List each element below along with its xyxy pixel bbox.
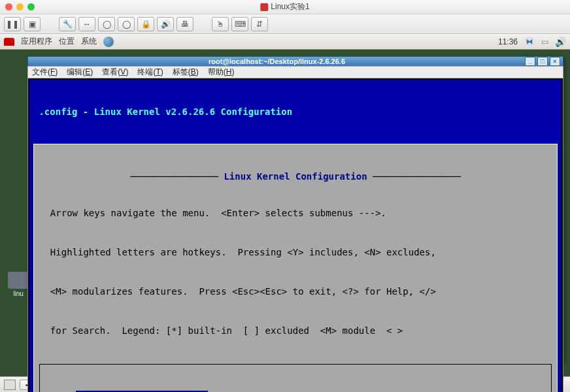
volume-icon[interactable]: 🔊: [555, 37, 566, 47]
tool-mouse-icon[interactable]: 🖱: [212, 17, 229, 31]
folder-icon: [8, 272, 29, 289]
tool-wrench-icon[interactable]: 🔧: [59, 17, 76, 31]
menuconfig-box-title: ──────────────── Linux Kernel Configurat…: [39, 171, 552, 182]
desktop: linu root@localhost:~/Desktop/linux-2.6.…: [0, 50, 570, 376]
tool-printer-icon[interactable]: 🖶: [176, 17, 193, 31]
terminal-window: root@localhost:~/Desktop/linux-2.6.26.6 …: [27, 56, 563, 362]
close-button[interactable]: ×: [550, 57, 560, 66]
menu-view[interactable]: 查看(V): [102, 67, 128, 78]
menu-system[interactable]: 系统: [81, 36, 97, 47]
bluetooth-icon[interactable]: ⧓: [524, 37, 535, 47]
menu-applications[interactable]: 应用程序: [21, 36, 52, 47]
vm-icon: [260, 3, 268, 11]
menuconfig-list: General setup ---> [*] Enable loadable m…: [39, 364, 552, 392]
tool-keyboard-icon[interactable]: ⌨: [231, 17, 248, 31]
tool-lock-icon[interactable]: 🔒: [137, 17, 154, 31]
menuconfig-box: ──────────────── Linux Kernel Configurat…: [33, 144, 558, 392]
clock[interactable]: 11:36: [498, 37, 518, 46]
menuconfig-heading: .config - Linux Kernel v2.6.26.6 Configu…: [33, 106, 558, 118]
terminal-body: .config - Linux Kernel v2.6.26.6 Configu…: [27, 78, 563, 392]
menuconfig[interactable]: .config - Linux Kernel v2.6.26.6 Configu…: [29, 80, 562, 392]
snapshot-button[interactable]: ▣: [24, 17, 41, 31]
host-window-title: Linux实验1: [260, 1, 309, 12]
menu-file[interactable]: 文件(F): [32, 67, 58, 78]
pause-button[interactable]: ❚❚: [4, 17, 21, 31]
host-title-text: Linux实验1: [271, 1, 309, 12]
minimize-button[interactable]: _: [525, 57, 535, 66]
menu-tabs[interactable]: 标签(B): [173, 67, 199, 78]
minimize-icon[interactable]: [16, 3, 24, 10]
vm-toolbar: ❚❚ ▣ 🔧 ↔ ◯ ◯ 🔒 🔊 🖶 🖱 ⌨ ⇵: [0, 14, 570, 34]
help-line-4: for Search. Legend: [*] built-in [ ] exc…: [39, 325, 552, 336]
help-line-3: <M> modularizes features. Press <Esc><Es…: [39, 286, 552, 297]
tool-disk1-icon[interactable]: ◯: [98, 17, 115, 31]
menu-help[interactable]: 帮助(H): [208, 67, 235, 78]
menu-terminal[interactable]: 终端(T): [137, 67, 163, 78]
terminal-title: root@localhost:~/Desktop/linux-2.6.26.6: [31, 57, 523, 65]
help-line-1: Arrow keys navigate the menu. <Enter> se…: [39, 207, 552, 219]
window-controls: [5, 3, 35, 10]
menu-places[interactable]: 位置: [59, 36, 75, 47]
distro-icon[interactable]: [4, 38, 14, 46]
maximize-button[interactable]: □: [537, 57, 548, 66]
menu-edit[interactable]: 编辑(E): [67, 67, 93, 78]
tool-resize-icon[interactable]: ↔: [78, 17, 95, 31]
host-titlebar: Linux实验1: [0, 0, 570, 14]
desktop-icon-label: linu: [13, 290, 24, 297]
show-desktop-button[interactable]: [4, 380, 16, 390]
close-icon[interactable]: [5, 3, 12, 10]
terminal-titlebar[interactable]: root@localhost:~/Desktop/linux-2.6.26.6 …: [27, 56, 563, 66]
browser-launcher-icon[interactable]: [103, 37, 114, 47]
tool-sound-icon[interactable]: 🔊: [157, 17, 174, 31]
gnome-top-panel: 应用程序 位置 系统 11:36 ⧓ ▭ 🔊: [0, 34, 570, 50]
tool-disk2-icon[interactable]: ◯: [118, 17, 135, 31]
tool-network-icon[interactable]: ⇵: [251, 17, 268, 31]
terminal-menubar: 文件(F) 编辑(E) 查看(V) 终端(T) 标签(B) 帮助(H): [27, 66, 563, 78]
help-line-2: Highlighted letters are hotkeys. Pressin…: [39, 246, 552, 258]
display-icon[interactable]: ▭: [541, 37, 548, 46]
zoom-icon[interactable]: [27, 3, 35, 10]
